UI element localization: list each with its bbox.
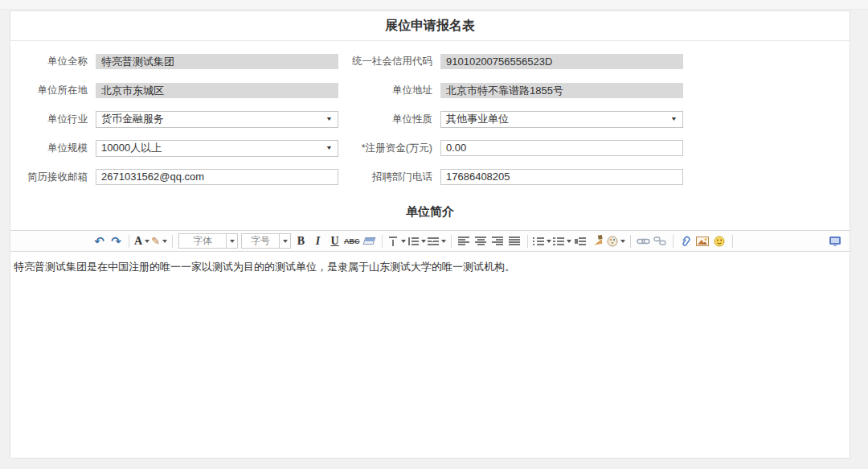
align-right-shape <box>492 237 503 246</box>
italic-icon[interactable]: I <box>310 233 326 249</box>
chevron-down-icon <box>567 240 571 245</box>
font-color-letter: A <box>134 236 142 247</box>
unit-name-label: 单位全称 <box>10 55 96 68</box>
monitor-shape <box>829 236 841 247</box>
line-height-shape <box>407 237 419 246</box>
toolbar-separator <box>527 235 528 248</box>
toolbar-separator <box>172 235 173 248</box>
editor-content-area[interactable]: 特亮普测试集团是在中国注册的唯一一家以测试为目的的测试单位，是隶属于山东测试大学… <box>10 252 850 458</box>
chevron-down-icon: ▼ <box>326 145 333 151</box>
unordered-list-shape <box>553 237 564 246</box>
form-row: 单位所在地 北京市东城区 单位地址 北京市特不靠谱路1855号 <box>10 76 850 105</box>
font-size-select[interactable]: 字号 <box>241 233 291 249</box>
registered-capital-input[interactable]: 0.00 <box>440 140 683 156</box>
unit-address-label: 单位地址 <box>338 84 440 97</box>
unlink-icon[interactable] <box>653 233 668 249</box>
align-justify-shape <box>509 237 520 246</box>
align-center-shape <box>475 237 486 246</box>
chevron-down-icon <box>401 240 406 245</box>
ordered-list-icon[interactable] <box>533 233 551 249</box>
align-left-shape <box>458 237 469 246</box>
underline-letter: U <box>330 236 338 247</box>
image-icon[interactable] <box>695 233 710 249</box>
credit-code-field[interactable]: 91010200756556523D <box>440 54 683 69</box>
toolbar-separator <box>673 235 674 248</box>
unit-type-select-value: 其他事业单位 <box>446 112 509 126</box>
paperclip-shape <box>680 236 691 247</box>
form-row: 单位全称 特亮普测试集团 统一社会信用代码 91010200756556523D <box>10 47 850 76</box>
form-row: 简历接收邮箱 2671031562@qq.com 招聘部门电话 17686408… <box>10 163 850 191</box>
font-family-select[interactable]: 字体 <box>178 233 238 249</box>
font-size-label: 字号 <box>242 234 279 248</box>
chevron-down-icon: ▼ <box>326 116 333 122</box>
chevron-down-icon <box>421 240 426 245</box>
resume-email-label: 简历接收邮箱 <box>10 171 96 184</box>
remove-format-eraser-icon[interactable] <box>362 233 377 249</box>
chevron-down-icon <box>162 240 167 245</box>
recruit-phone-input[interactable]: 17686408205 <box>440 169 683 185</box>
font-color-icon[interactable]: A <box>134 233 149 249</box>
bold-letter: B <box>297 236 305 247</box>
align-justify-icon[interactable] <box>507 233 522 249</box>
undo-icon[interactable]: ↶ <box>92 233 107 249</box>
chevron-down-icon <box>145 240 149 245</box>
unordered-list-icon[interactable] <box>553 233 571 249</box>
caret-shape <box>230 240 235 245</box>
toolbar-separator <box>732 235 733 248</box>
align-left-icon[interactable] <box>457 233 472 249</box>
align-right-icon[interactable] <box>490 233 506 249</box>
smiley-shape <box>714 236 725 247</box>
toolbar-separator <box>129 235 129 248</box>
attachment-icon[interactable] <box>678 233 694 249</box>
unlink-shape <box>653 236 666 246</box>
chevron-down-icon[interactable] <box>279 234 290 248</box>
palette-shape <box>607 236 618 247</box>
chevron-down-icon[interactable] <box>226 234 237 248</box>
link-icon[interactable] <box>636 233 651 249</box>
ordered-list-shape <box>533 237 544 246</box>
highlight-color-icon[interactable]: ✎ <box>151 233 167 249</box>
palette-icon[interactable] <box>607 233 625 249</box>
link-shape <box>637 237 650 246</box>
form-row: 单位规模 10000人以上 ▼ *注册资金(万元) 0.00 <box>10 134 850 163</box>
registered-capital-label: *注册资金(万元) <box>338 142 440 155</box>
unit-type-select[interactable]: 其他事业单位 ▼ <box>440 111 683 128</box>
industry-label: 单位行业 <box>10 113 96 126</box>
unit-address-field[interactable]: 北京市特不靠谱路1855号 <box>440 83 683 98</box>
unit-location-label: 单位所在地 <box>10 84 96 97</box>
unit-location-field[interactable]: 北京市东城区 <box>96 83 338 98</box>
toolbar-separator <box>630 235 631 248</box>
line-height-icon[interactable] <box>407 233 426 249</box>
underline-icon[interactable]: U <box>327 233 342 249</box>
paragraph-spacing-icon[interactable] <box>428 233 446 249</box>
unit-intro-text: 特亮普测试集团是在中国注册的唯一一家以测试为目的的测试单位，是隶属于山东测试大学… <box>14 261 515 273</box>
fullscreen-icon[interactable] <box>827 233 842 249</box>
redo-icon[interactable]: ↷ <box>108 233 124 249</box>
format-brush-icon[interactable] <box>590 233 605 249</box>
top-strip <box>0 0 868 10</box>
brush-shape <box>592 235 604 247</box>
caret-shape <box>283 240 288 245</box>
industry-select[interactable]: 货币金融服务 ▼ <box>96 111 338 128</box>
unit-scale-select[interactable]: 10000人以上 ▼ <box>96 140 338 157</box>
vertical-align-icon[interactable] <box>387 233 406 249</box>
toolbar-separator <box>382 235 383 248</box>
unit-name-field[interactable]: 特亮普测试集团 <box>96 54 338 69</box>
unit-type-label: 单位性质 <box>338 113 440 126</box>
resume-email-input[interactable]: 2671031562@qq.com <box>96 169 338 185</box>
chevron-down-icon <box>620 240 625 245</box>
unit-scale-label: 单位规模 <box>10 142 96 155</box>
redo-glyph: ↷ <box>111 235 121 247</box>
font-family-label: 字体 <box>179 234 226 248</box>
emoji-icon[interactable] <box>712 233 727 249</box>
chevron-down-icon: ▼ <box>670 116 678 122</box>
toolbar-separator <box>451 235 452 248</box>
strikethrough-letters: ABC <box>344 237 360 245</box>
bold-icon[interactable]: B <box>293 233 309 249</box>
form-row: 单位行业 货币金融服务 ▼ 单位性质 其他事业单位 ▼ <box>10 105 850 134</box>
chevron-down-icon <box>441 240 446 245</box>
indent-icon[interactable] <box>573 233 588 249</box>
align-center-icon[interactable] <box>473 233 489 249</box>
unit-scale-select-value: 10000人以上 <box>101 141 162 155</box>
strikethrough-icon[interactable]: ABC <box>344 233 360 249</box>
